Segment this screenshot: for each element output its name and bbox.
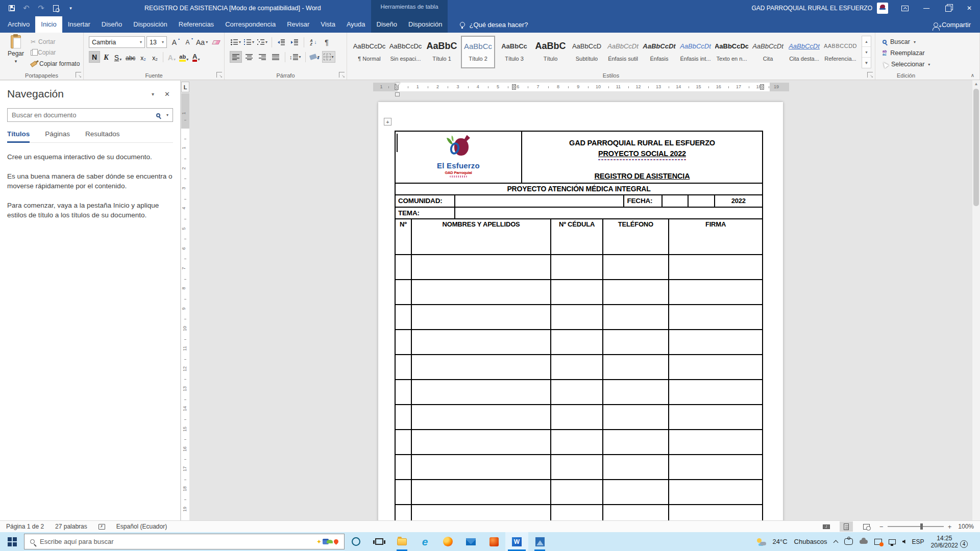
weather-temperature[interactable]: 24°C xyxy=(773,538,788,545)
numbered-list-button[interactable]: ▾ xyxy=(243,36,255,48)
multilevel-list-button[interactable]: ▾ xyxy=(256,36,268,48)
taskbar-app-task-view[interactable] xyxy=(368,532,390,551)
style-titulo[interactable]: AaBbCTítulo xyxy=(533,36,568,68)
comunidad-value-cell[interactable] xyxy=(454,195,623,207)
empty-cell[interactable] xyxy=(668,305,762,329)
search-icon[interactable] xyxy=(156,113,160,117)
language-indicator[interactable]: Español (Ecuador) xyxy=(116,523,167,530)
ribbon-display-options-button[interactable] xyxy=(894,0,916,16)
screen-share-icon[interactable] xyxy=(874,539,882,545)
subscript-button[interactable]: x2 xyxy=(137,51,149,63)
empty-cell[interactable] xyxy=(411,505,550,520)
empty-cell[interactable] xyxy=(550,255,602,279)
empty-cell[interactable] xyxy=(411,380,550,404)
empty-cell[interactable] xyxy=(396,430,411,454)
keyboard-language[interactable]: ESP xyxy=(912,538,924,545)
empty-cell[interactable] xyxy=(396,405,411,429)
empty-cell[interactable] xyxy=(602,255,668,279)
style-normal[interactable]: AaBbCcDc¶ Normal xyxy=(352,36,386,68)
word-count[interactable]: 27 palabras xyxy=(55,523,87,530)
tab-disposicion-contextual[interactable]: Disposición xyxy=(403,16,448,33)
tell-me-button[interactable]: ¿Qué desea hacer? xyxy=(460,16,528,33)
italic-button[interactable]: K xyxy=(101,51,112,63)
column-header-firma[interactable]: FIRMA xyxy=(668,219,762,229)
empty-cell[interactable] xyxy=(396,455,411,479)
font-dialog-launcher[interactable] xyxy=(216,72,222,78)
empty-cell[interactable] xyxy=(602,305,668,329)
empty-cell[interactable] xyxy=(396,280,411,304)
empty-cell[interactable] xyxy=(602,229,668,254)
replace-button[interactable]: abac Reemplazar xyxy=(883,48,925,58)
save-button[interactable] xyxy=(5,2,18,15)
customize-qat-button[interactable]: ▾ xyxy=(64,2,77,15)
bullet-list-button[interactable]: ▾ xyxy=(230,36,242,48)
zoom-out-button[interactable]: − xyxy=(879,523,884,531)
sort-button[interactable]: AZ↓ xyxy=(307,36,320,48)
nav-tab-titulos[interactable]: Títulos xyxy=(7,130,30,142)
style-referencia[interactable]: AABBCCDDReferencia... xyxy=(823,36,857,68)
read-mode-button[interactable] xyxy=(820,521,833,532)
grow-font-button[interactable]: A▴ xyxy=(168,36,180,48)
empty-cell[interactable] xyxy=(602,280,668,304)
find-button[interactable]: Buscar ▾ xyxy=(883,37,916,47)
taskbar-search-input[interactable] xyxy=(40,538,311,545)
fecha-day-cell[interactable] xyxy=(662,195,688,207)
empty-cell[interactable] xyxy=(668,405,762,429)
account-avatar[interactable] xyxy=(877,3,888,14)
empty-cell[interactable] xyxy=(411,455,550,479)
empty-cell[interactable] xyxy=(550,505,602,520)
taskbar-app-file-explorer[interactable] xyxy=(390,532,413,551)
clipboard-dialog-launcher[interactable] xyxy=(76,72,81,78)
tab-diseno[interactable]: Diseño xyxy=(96,16,128,33)
empty-cell[interactable] xyxy=(602,455,668,479)
empty-cell[interactable] xyxy=(550,405,602,429)
tema-value-cell[interactable] xyxy=(454,208,762,218)
restore-button[interactable] xyxy=(937,0,959,16)
empty-cell[interactable] xyxy=(411,405,550,429)
show-paragraph-marks-button[interactable]: ¶ xyxy=(321,36,333,48)
show-hidden-icons-chevron[interactable] xyxy=(833,540,838,545)
paragraph-dialog-launcher[interactable] xyxy=(339,72,345,78)
scrollbar-thumb[interactable] xyxy=(973,89,979,206)
empty-cell[interactable] xyxy=(668,280,762,304)
empty-cell[interactable] xyxy=(668,355,762,379)
increase-indent-button[interactable] xyxy=(288,36,301,48)
taskbar-search-box[interactable]: ✦ xyxy=(24,534,345,549)
empty-cell[interactable] xyxy=(550,430,602,454)
empty-cell[interactable] xyxy=(550,280,602,304)
empty-cell[interactable] xyxy=(602,355,668,379)
vertical-scrollbar[interactable]: ▲ xyxy=(972,80,980,520)
styles-scroll-up-button[interactable]: ▴ xyxy=(862,36,871,47)
underline-button[interactable]: S▾ xyxy=(112,51,124,63)
weather-condition[interactable]: Chubascos xyxy=(794,538,827,545)
superscript-button[interactable]: x2 xyxy=(149,51,160,63)
empty-cell[interactable] xyxy=(550,355,602,379)
navigation-pane-close-button[interactable]: ✕ xyxy=(161,88,173,100)
meet-now-icon[interactable] xyxy=(844,538,853,545)
format-painter-button[interactable]: Copiar formato xyxy=(31,59,80,69)
empty-cell[interactable] xyxy=(668,229,762,254)
style-enfasis[interactable]: AaBbCcDtÉnfasis xyxy=(642,36,676,68)
empty-cell[interactable] xyxy=(411,305,550,329)
borders-button[interactable]: ▾ xyxy=(322,51,335,63)
style-enfasis-sutil[interactable]: AaBbCcDtÉnfasis sutil xyxy=(606,36,640,68)
style-texto-en-n[interactable]: AaBbCcDcTexto en n... xyxy=(715,36,749,68)
taskbar-app-cortana[interactable] xyxy=(345,532,368,551)
taskbar-app-office[interactable] xyxy=(482,532,505,551)
empty-cell[interactable] xyxy=(602,380,668,404)
start-button[interactable] xyxy=(0,532,24,551)
web-layout-button[interactable] xyxy=(860,521,873,532)
tab-stop-selector[interactable]: L xyxy=(181,82,189,92)
empty-cell[interactable] xyxy=(411,229,550,254)
strikethrough-button[interactable]: abc xyxy=(124,51,137,63)
styles-more-button[interactable]: ▼ xyxy=(862,58,871,68)
empty-cell[interactable] xyxy=(396,229,411,254)
empty-cell[interactable] xyxy=(668,455,762,479)
tab-inicio[interactable]: Inicio xyxy=(35,16,62,33)
weather-icon[interactable] xyxy=(757,538,766,545)
table-move-handle[interactable]: + xyxy=(384,118,391,126)
empty-cell[interactable] xyxy=(602,330,668,354)
fecha-year-cell[interactable]: 2022 xyxy=(714,195,762,207)
empty-cell[interactable] xyxy=(550,229,602,254)
column-header-nombres-y-apellidos[interactable]: NOMBRES Y APELLIDOS xyxy=(411,219,550,229)
